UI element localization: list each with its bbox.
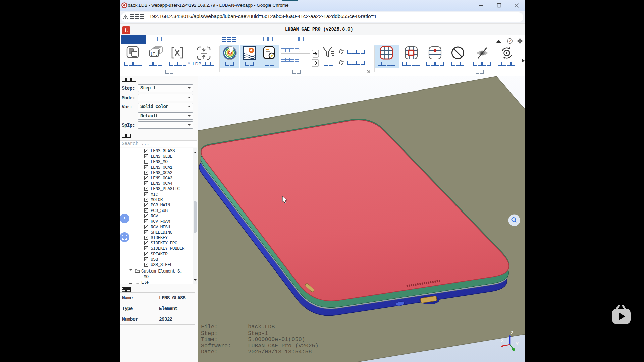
svg-text:[f]: [f] xyxy=(150,51,158,56)
svg-text:Z: Z xyxy=(511,330,513,335)
svg-text:?: ? xyxy=(509,39,511,43)
svg-text:X: X xyxy=(501,338,504,343)
svg-text:Y: Y xyxy=(516,341,519,346)
